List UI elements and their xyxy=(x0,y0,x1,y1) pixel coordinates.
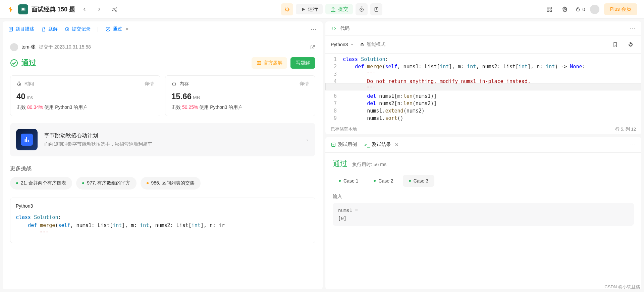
promo-icon xyxy=(16,129,38,150)
svg-point-14 xyxy=(11,60,17,66)
more-challenges-heading: 更多挑战 xyxy=(10,165,315,172)
study-plan-icon[interactable] xyxy=(18,4,28,14)
tab-accepted[interactable]: 通过 ✕ xyxy=(105,26,129,32)
code-header-label: 代码 xyxy=(340,25,350,31)
test-case-tab[interactable]: Case 3 xyxy=(403,175,434,187)
center-actions: 运行 提交 xyxy=(281,3,382,15)
official-solution-button[interactable]: 官方题解 xyxy=(252,57,287,69)
time-detail-link[interactable]: 详情 xyxy=(145,81,154,87)
results-panel: 测试用例 >_ 测试结果 ✕ ⋯ 通过 执行用时: 56 ms Case 1 C… xyxy=(325,137,641,289)
run-button[interactable]: 运行 xyxy=(296,4,323,14)
tab-description[interactable]: 题目描述 xyxy=(8,26,34,32)
submit-button[interactable]: 提交 xyxy=(325,4,353,14)
save-status: 已存储至本地 xyxy=(331,126,357,132)
reset-icon[interactable] xyxy=(625,39,636,50)
submitted-code-block: Python3 class Solution: def merge(self, … xyxy=(10,198,315,243)
left-panel: 题目描述 题解 提交记录 | 通过 ✕ ⋯ tom-张 提交于 2023.1 xyxy=(3,21,323,289)
arrow-right-icon: → xyxy=(303,136,309,144)
tab-solutions[interactable]: 题解 xyxy=(41,26,58,32)
user-avatar[interactable] xyxy=(590,5,599,14)
svg-rect-7 xyxy=(550,7,552,9)
input-display: nums1 = [0] xyxy=(333,203,634,226)
svg-rect-8 xyxy=(547,10,549,11)
memory-detail-link[interactable]: 详情 xyxy=(300,81,309,87)
results-more-icon[interactable]: ⋯ xyxy=(629,141,636,148)
write-solution-button[interactable]: 写题解 xyxy=(290,57,315,69)
bookmark-icon[interactable] xyxy=(610,39,621,50)
svg-rect-6 xyxy=(547,7,549,9)
status-accepted: 通过 xyxy=(10,58,36,68)
svg-point-10 xyxy=(564,8,566,10)
cursor-position: 行 5, 列 12 xyxy=(615,126,636,132)
code-icon xyxy=(331,25,337,31)
submitter-name[interactable]: tom-张 xyxy=(21,44,36,50)
settings-icon[interactable] xyxy=(559,4,570,15)
time-metric-card[interactable]: 时间 详情 40ms 击败 80.34% 使用 Python3 的用户 xyxy=(10,75,160,116)
svg-rect-9 xyxy=(550,10,552,11)
tab-testresults[interactable]: >_ 测试结果 ✕ xyxy=(364,142,399,148)
submission-time: 提交于 2023.10.31 15:58 xyxy=(39,44,91,50)
snippet-language: Python3 xyxy=(16,203,310,209)
streak-counter[interactable]: 0 xyxy=(575,6,585,12)
topbar: 面试经典 150 题 运行 提交 0 Plus 会员 xyxy=(0,0,644,19)
svg-point-13 xyxy=(106,27,110,31)
svg-rect-1 xyxy=(22,8,24,10)
page-title[interactable]: 面试经典 150 题 xyxy=(32,5,75,13)
svg-point-18 xyxy=(361,45,362,45)
prev-problem-icon[interactable] xyxy=(79,4,90,15)
close-results-icon[interactable]: ✕ xyxy=(395,142,399,147)
smart-mode-toggle[interactable]: 智能模式 xyxy=(360,42,385,48)
plus-member-button[interactable]: Plus 会员 xyxy=(604,3,637,15)
challenge-chip[interactable]: 986. 区间列表的交集 xyxy=(141,177,201,190)
svg-point-2 xyxy=(286,8,289,11)
test-case-tab[interactable]: Case 2 xyxy=(368,175,399,187)
tab-submissions[interactable]: 提交记录 xyxy=(64,26,91,32)
result-runtime: 执行用时: 56 ms xyxy=(352,162,386,168)
watermark: CSDN @小软且糯 xyxy=(604,284,640,290)
timer-icon[interactable] xyxy=(356,3,368,15)
challenge-chip[interactable]: 977. 有序数组的平方 xyxy=(76,177,136,190)
submitter-avatar[interactable] xyxy=(10,43,18,51)
close-tab-icon[interactable]: ✕ xyxy=(125,27,129,31)
code-more-icon[interactable]: ⋯ xyxy=(629,25,636,32)
submission-header: tom-张 提交于 2023.10.31 15:58 xyxy=(10,43,315,51)
challenge-chip[interactable]: 21. 合并两个有序链表 xyxy=(10,177,72,190)
promo-banner[interactable]: 字节跳动秋招心动计划 面向短期冲刺字节跳动秋招选手，秋招弯道顺利超车 → xyxy=(10,123,315,156)
code-editor[interactable]: 123456789 class Solution: def merge(self… xyxy=(325,54,641,124)
notes-icon[interactable] xyxy=(370,3,382,15)
language-selector[interactable]: Python3 xyxy=(331,42,354,47)
debug-icon[interactable] xyxy=(281,3,293,15)
shuffle-icon[interactable] xyxy=(109,4,119,15)
code-panel: 代码 ⋯ Python3 智能模式 123456789 xyxy=(325,21,641,134)
memory-metric-card[interactable]: 内存 详情 15.66MB 击败 50.25% 使用 Python3 的用户 xyxy=(165,75,315,116)
promo-title: 字节跳动秋招心动计划 xyxy=(44,132,296,139)
test-case-tab[interactable]: Case 1 xyxy=(333,175,364,187)
promo-subtitle: 面向短期冲刺字节跳动秋招选手，秋招弯道顺利超车 xyxy=(44,141,296,147)
left-tabs: 题目描述 题解 提交记录 | 通过 ✕ ⋯ xyxy=(3,21,323,37)
layout-icon[interactable] xyxy=(544,4,555,15)
input-label: 输入 xyxy=(333,194,634,200)
tab-more-icon[interactable]: ⋯ xyxy=(311,25,317,33)
open-link-icon[interactable] xyxy=(310,45,315,50)
svg-rect-19 xyxy=(332,143,335,147)
svg-rect-16 xyxy=(172,83,175,85)
code-snippet: class Solution: def merge(self, nums1: L… xyxy=(16,213,310,237)
leetcode-logo-icon[interactable] xyxy=(7,5,15,13)
result-status: 通过 xyxy=(333,159,347,169)
next-problem-icon[interactable] xyxy=(94,4,105,15)
tab-testcases[interactable]: 测试用例 xyxy=(331,142,357,148)
